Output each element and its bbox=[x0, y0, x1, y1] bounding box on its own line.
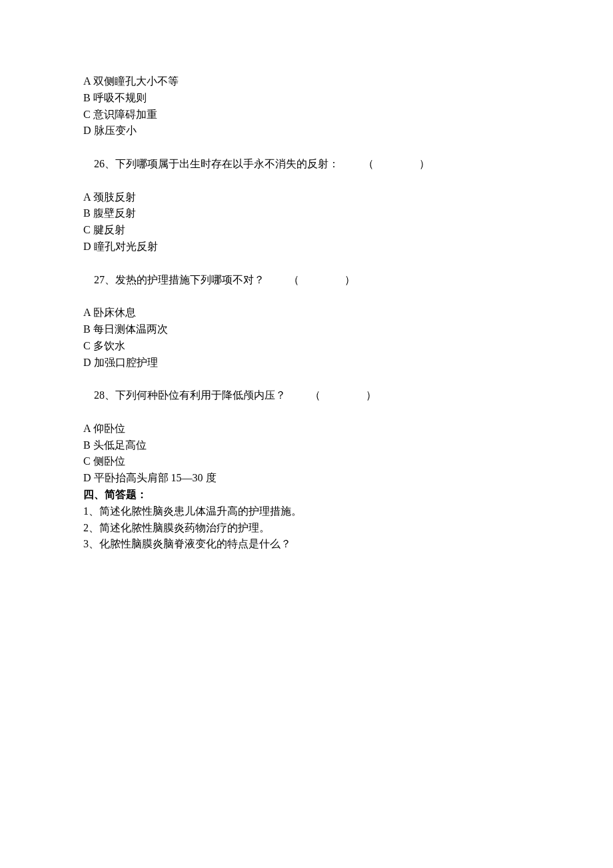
question-27-stem: 27、发热的护理措施下列哪项不对？ bbox=[94, 274, 265, 285]
paren-close: ） bbox=[366, 389, 376, 401]
option-line: A 颈肢反射 bbox=[83, 189, 530, 206]
option-line: C 侧卧位 bbox=[83, 453, 530, 470]
question-26-stem: 26、下列哪项属于出生时存在以手永不消失的反射： bbox=[94, 158, 339, 169]
paren-open: （ bbox=[363, 158, 374, 169]
document-body: A 双侧瞳孔大小不等 B 呼吸不规则 C 意识障碍加重 D 脉压变小 26、下列… bbox=[83, 73, 530, 553]
question-27-stem-line: 27、发热的护理措施下列哪项不对？（） bbox=[83, 255, 530, 305]
option-line: A 双侧瞳孔大小不等 bbox=[83, 73, 530, 90]
short-answer-item: 2、简述化脓性脑膜炎药物治疗的护理。 bbox=[83, 520, 530, 537]
section-4-heading: 四、简答题： bbox=[83, 487, 530, 503]
option-line: A 卧床休息 bbox=[83, 305, 530, 321]
option-line: D 脉压变小 bbox=[83, 123, 530, 139]
option-line: D 瞳孔对光反射 bbox=[83, 239, 530, 255]
paren-open: （ bbox=[289, 274, 299, 285]
paren-close: ） bbox=[419, 158, 430, 169]
option-line: C 腱反射 bbox=[83, 222, 530, 239]
question-26-stem-line: 26、下列哪项属于出生时存在以手永不消失的反射：（） bbox=[83, 139, 530, 189]
question-28-stem: 28、下列何种卧位有利用于降低颅内压？ bbox=[94, 389, 286, 401]
option-line: C 多饮水 bbox=[83, 338, 530, 355]
option-line: C 意识障碍加重 bbox=[83, 107, 530, 123]
option-line: A 仰卧位 bbox=[83, 421, 530, 437]
option-line: D 平卧抬高头肩部 15—30 度 bbox=[83, 470, 530, 487]
question-28-stem-line: 28、下列何种卧位有利用于降低颅内压？（） bbox=[83, 371, 530, 420]
option-line: B 每日测体温两次 bbox=[83, 321, 530, 338]
short-answer-item: 3、化脓性脑膜炎脑脊液变化的特点是什么？ bbox=[83, 536, 530, 553]
paren-close: ） bbox=[344, 274, 355, 285]
paren-open: （ bbox=[310, 389, 320, 401]
option-line: B 头低足高位 bbox=[83, 437, 530, 454]
short-answer-item: 1、简述化脓性脑炎患儿体温升高的护理措施。 bbox=[83, 503, 530, 520]
option-line: B 呼吸不规则 bbox=[83, 90, 530, 107]
option-line: D 加强口腔护理 bbox=[83, 355, 530, 371]
option-line: B 腹壁反射 bbox=[83, 205, 530, 222]
